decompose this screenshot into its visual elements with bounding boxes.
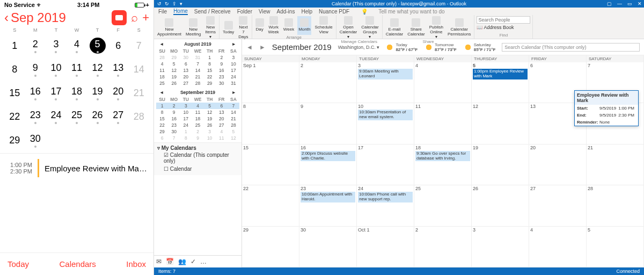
mini-day-cell[interactable]: 10 xyxy=(228,61,239,67)
search-people-input[interactable] xyxy=(477,16,530,24)
mail-icon[interactable]: ✉ xyxy=(156,258,162,265)
ribbon-workweek-button[interactable]: WorkWeek xyxy=(267,16,280,35)
calendar-cell[interactable]: 19 xyxy=(472,144,529,185)
today-button[interactable]: Today xyxy=(8,259,29,269)
day-cell[interactable] xyxy=(108,128,129,152)
calendar-cell[interactable]: 25 xyxy=(414,185,472,226)
view-toggle-button[interactable] xyxy=(112,10,127,25)
mini-day-cell[interactable]: 7 xyxy=(168,135,180,141)
day-cell[interactable]: 26 xyxy=(87,105,108,128)
mini-day-cell[interactable]: 30 xyxy=(216,80,228,86)
maximize-button[interactable]: ▭ xyxy=(627,1,632,6)
mini-day-cell[interactable]: 5 xyxy=(204,103,216,109)
calendar-cell[interactable]: 3 xyxy=(472,227,529,267)
back-button[interactable]: ‹ xyxy=(4,10,9,25)
tab-home[interactable]: Home xyxy=(173,8,188,15)
mini-day-cell[interactable]: 1 xyxy=(204,54,216,61)
ribbon-calendargroups-button[interactable]: CalendarGroups▾ xyxy=(360,16,379,39)
day-cell[interactable]: 20 xyxy=(108,81,129,105)
mini-day-cell[interactable]: 13 xyxy=(180,67,192,74)
calendar-cell[interactable]: 30 xyxy=(299,227,357,267)
mini-day-cell[interactable]: 31 xyxy=(228,80,239,86)
search-calendar-input[interactable]: Search Calendar (This computer only) xyxy=(502,43,640,52)
calendar-cell[interactable]: 39:00am Meeting with Leonard xyxy=(357,62,414,103)
ribbon-nextdays-button[interactable]: Next7Days xyxy=(237,16,249,39)
mini-day-cell[interactable]: 28 xyxy=(228,122,239,128)
mini-day-cell[interactable]: 12 xyxy=(204,109,216,115)
mini-day-cell[interactable]: 7 xyxy=(228,103,239,109)
mini-day-cell[interactable]: 21 xyxy=(228,115,239,122)
day-cell[interactable]: 2 xyxy=(25,34,46,57)
calendar-cell[interactable]: 21 xyxy=(587,144,644,185)
mini-day-cell[interactable]: 23 xyxy=(168,122,180,128)
mini-day-cell[interactable]: 29 xyxy=(204,80,216,86)
calendar-cell[interactable]: 1010:30am Presentation of new email syst… xyxy=(357,103,414,143)
mini-day-cell[interactable]: 10 xyxy=(204,135,216,141)
mini-day-cell[interactable]: 30 xyxy=(168,128,180,135)
calendar-cell[interactable]: 2310:00am Appointment with Harold. xyxy=(299,185,357,226)
ribbon-month-button[interactable]: Month xyxy=(297,16,311,35)
tell-me-input[interactable]: Tell me what you want to do xyxy=(378,9,444,15)
day-cell[interactable]: 16 xyxy=(25,81,46,105)
mini-day-cell[interactable]: 2 xyxy=(168,103,180,109)
tab-view[interactable]: View xyxy=(259,9,270,15)
add-icon[interactable]: + xyxy=(142,11,149,25)
calendar-cell[interactable]: Oct 1 xyxy=(357,227,414,267)
day-cell[interactable]: 25 xyxy=(67,105,87,128)
day-cell[interactable]: 1 xyxy=(4,34,25,57)
mini-day-cell[interactable]: 6 xyxy=(156,135,168,141)
calendar-event[interactable]: 2:00pm Discuss website with Charlie. xyxy=(301,151,355,162)
day-cell[interactable]: 23 xyxy=(25,105,46,128)
mini-day-cell[interactable]: 29 xyxy=(156,128,168,135)
mini-day-cell[interactable]: 22 xyxy=(204,74,216,80)
calendar-cell[interactable]: 28 xyxy=(587,185,644,226)
mini-prev-button[interactable]: ◄ xyxy=(159,41,164,47)
calendar-event[interactable]: 9:30am Go over specs for database with I… xyxy=(415,151,470,162)
mini-day-cell[interactable]: 11 xyxy=(216,135,228,141)
location-dropdown[interactable]: Washington, D.C. ▾ xyxy=(338,45,380,50)
calendar-event[interactable]: 1:00pm Employee Review with Mark xyxy=(473,69,528,79)
mini-day-cell[interactable]: 12 xyxy=(168,67,180,74)
mini-day-cell[interactable]: 17 xyxy=(228,67,239,74)
calendar-cell[interactable]: 9 xyxy=(299,103,357,143)
mini-day-cell[interactable]: 10 xyxy=(180,109,192,115)
day-cell[interactable]: 11 xyxy=(67,57,87,81)
mini-day-cell[interactable]: 17 xyxy=(180,115,192,122)
mini-day-cell[interactable]: 6 xyxy=(180,61,192,67)
calendar-cell[interactable]: 11 xyxy=(414,103,472,143)
mini-day-cell[interactable]: 19 xyxy=(168,74,180,80)
agenda-item[interactable]: 1:00 PM 2:30 PM Employee Review with Ma… xyxy=(5,159,148,177)
day-cell[interactable]: 27 xyxy=(108,105,129,128)
mini-day-cell[interactable]: 31 xyxy=(192,54,203,61)
mini-day-cell[interactable]: 3 xyxy=(204,128,216,135)
calendar-event[interactable]: 10:30am Presentation of new email system… xyxy=(358,110,413,120)
calendar-cell[interactable]: 4 xyxy=(529,227,587,267)
calendar-cell[interactable]: 17 xyxy=(357,144,414,185)
mini-next-button[interactable]: ► xyxy=(232,41,236,47)
mini-day-cell[interactable]: 28 xyxy=(192,80,203,86)
day-cell[interactable]: 8 xyxy=(4,57,25,81)
day-cell[interactable]: 18 xyxy=(67,81,87,105)
mini-day-cell[interactable]: 20 xyxy=(180,74,192,80)
mini-day-cell[interactable]: 3 xyxy=(228,54,239,61)
mini-day-cell[interactable]: 8 xyxy=(204,61,216,67)
mini-day-cell[interactable]: 13 xyxy=(216,109,228,115)
day-cell[interactable]: 7 xyxy=(128,34,149,57)
day-cell[interactable]: 30 xyxy=(25,128,46,152)
month-title[interactable]: Sep 2019 xyxy=(11,10,112,25)
mini-day-cell[interactable]: 23 xyxy=(216,74,228,80)
mini-day-cell[interactable]: 5 xyxy=(228,128,239,135)
mini-day-cell[interactable]: 2 xyxy=(192,128,203,135)
calendar-cell[interactable]: 2410:00am Phone call with new support re… xyxy=(357,185,414,226)
mini-day-cell[interactable]: 21 xyxy=(192,74,203,80)
mini-day-cell[interactable]: 24 xyxy=(228,74,239,80)
mini-day-cell[interactable]: 26 xyxy=(168,80,180,86)
tab-sendreceive[interactable]: Send / Receive xyxy=(194,9,231,15)
day-cell[interactable]: 28 xyxy=(128,105,149,128)
ribbon-calendarpermissions-button[interactable]: CalendarPermissions xyxy=(447,16,472,39)
calendar-cell[interactable]: 5 xyxy=(587,227,644,267)
mini-day-cell[interactable]: 16 xyxy=(168,115,180,122)
ribbon-week-button[interactable]: Week xyxy=(282,16,295,35)
inbox-button[interactable]: Inbox xyxy=(126,259,146,269)
ribbon-options[interactable]: ▢ xyxy=(607,1,612,6)
